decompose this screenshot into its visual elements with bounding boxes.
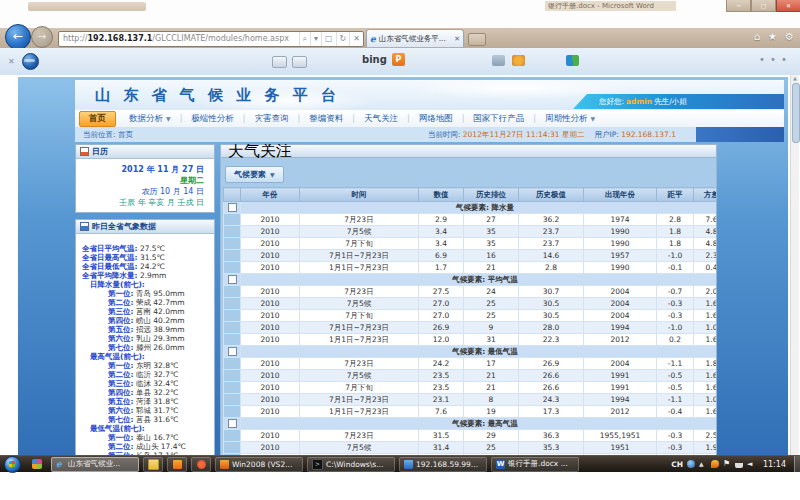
- refresh-icon[interactable]: ↻: [336, 32, 350, 46]
- home-icon[interactable]: ⌂: [754, 31, 760, 42]
- table-row[interactable]: 20101月1日~7月23日1.7212.81990-0.10.4: [224, 262, 718, 274]
- scroll-up-icon[interactable]: ▲: [791, 75, 799, 81]
- table-row[interactable]: 20107月23日24.21726.92004-1.11.8: [224, 358, 718, 370]
- toolbar-plugin-icon[interactable]: [566, 55, 579, 66]
- taskbar-button-media[interactable]: [191, 457, 211, 472]
- time-value: 2012年11月27日 11:14:31 星期二: [463, 130, 585, 139]
- row-gutter: [224, 214, 241, 226]
- table-row[interactable]: 20107月5候31.42535.31951-0.31.9: [224, 442, 718, 454]
- tools-gear-icon[interactable]: ⚙: [785, 31, 794, 42]
- show-desktop-button[interactable]: [794, 456, 800, 473]
- taskbar-button-vm[interactable]: Win2008 (VS2...: [215, 457, 303, 472]
- table-row[interactable]: 20107月1日~7月23日6.91614.61957-1.02.3: [224, 250, 718, 262]
- table-cell: 19: [464, 406, 519, 418]
- chevron-down-icon[interactable]: ▾: [310, 32, 321, 46]
- taskbar-clock[interactable]: 11:14: [759, 460, 790, 469]
- nav-item-9[interactable]: 周期性分析▼: [536, 112, 604, 126]
- minimize-icon[interactable]: ─: [726, 0, 751, 12]
- forward-button[interactable]: →: [31, 26, 53, 48]
- bing-logo[interactable]: bing: [362, 54, 387, 65]
- compatibility-icon[interactable]: ▢: [321, 32, 336, 46]
- table-row[interactable]: 20107月23日27.52430.72004-0.72.0: [224, 286, 718, 298]
- nav-item-1[interactable]: 首页: [79, 111, 116, 127]
- stat-value: 27.5℃: [138, 244, 166, 253]
- toolbar-camera-icon[interactable]: [492, 55, 505, 66]
- toolbar-card-icon[interactable]: [272, 56, 287, 68]
- language-indicator[interactable]: CH: [671, 460, 683, 469]
- toolbar-addon-icon[interactable]: [512, 55, 525, 66]
- tab-close-icon[interactable]: ✕: [454, 35, 460, 43]
- nav-item-8[interactable]: 国家下行产品: [464, 112, 533, 126]
- tray-flame-icon[interactable]: [711, 460, 719, 468]
- table-row[interactable]: 20107月1日~7月23日26.9928.01994-1.01.0: [224, 322, 718, 334]
- taskbar-button-orange[interactable]: [167, 457, 187, 472]
- rank-value: 招远 38.9mm: [134, 325, 185, 334]
- toolbar-close-icon[interactable]: ✕: [8, 57, 15, 66]
- table-row[interactable]: 20107月5候27.02530.52004-0.31.6: [224, 298, 718, 310]
- table-cell: 17: [464, 358, 519, 370]
- taskbar-button-cmd[interactable]: >C:\Windows\s...: [307, 457, 395, 472]
- table-row[interactable]: 20107月5候23.52126.61991-0.51.6: [224, 370, 718, 382]
- rank-label: 第一位:: [108, 289, 134, 298]
- group-checkbox[interactable]: [228, 419, 237, 428]
- back-button[interactable]: ←: [5, 24, 31, 50]
- nav-item-2[interactable]: 数据分析▼: [120, 112, 180, 126]
- maximize-icon[interactable]: ▢: [751, 0, 776, 12]
- table-cell: 3.4: [419, 238, 464, 250]
- group-checkbox[interactable]: [228, 347, 237, 356]
- bing-badge-icon[interactable]: P: [392, 53, 405, 66]
- table-row[interactable]: 20107月1日~7月23日23.1824.31994-1.11.0: [224, 394, 718, 406]
- group-checkbox[interactable]: [228, 275, 237, 284]
- close-icon[interactable]: ✕: [776, 0, 800, 12]
- rank-label: 第六位:: [108, 406, 134, 415]
- table-row[interactable]: 20101月1日~7月23日12.03122.320120.21.6: [224, 334, 718, 346]
- calendar-date: 2012 年 11 月 27 日: [80, 164, 204, 175]
- address-bar[interactable]: http://192.168.137.1/GLCCLIMATE/modules/…: [58, 31, 364, 47]
- start-button[interactable]: [4, 456, 21, 473]
- group-checkbox[interactable]: [228, 203, 237, 212]
- browser-tab[interactable]: e 山东省气候业务平... ✕: [366, 29, 464, 47]
- table-row[interactable]: 20101月1日~7月23日7.61917.32012-0.41.6: [224, 406, 718, 418]
- scrollbar-thumb[interactable]: [792, 83, 800, 143]
- favorites-star-icon[interactable]: ★: [768, 31, 777, 42]
- row-gutter: [224, 442, 241, 454]
- table-row[interactable]: 20107月5候3.43523.719901.84.8: [224, 226, 718, 238]
- quick-launch-icon[interactable]: [32, 459, 42, 469]
- search-icon[interactable]: ⌕: [299, 32, 310, 46]
- new-tab-button[interactable]: [468, 33, 486, 46]
- nav-item-5[interactable]: 整编资料: [300, 112, 352, 126]
- tray-expand-icon[interactable]: ▲: [699, 460, 707, 468]
- volume-icon[interactable]: ◄: [747, 460, 755, 468]
- table-row[interactable]: 20107月下旬3.43523.719901.84.8: [224, 238, 718, 250]
- addon-globe-icon[interactable]: [22, 53, 39, 70]
- stop-icon[interactable]: ✕: [349, 32, 363, 46]
- table-cell: -1.0: [657, 322, 694, 334]
- taskbar-button-word[interactable]: W银行手册.docx ...: [491, 457, 579, 472]
- overflow-dots-icon[interactable]: • • •: [759, 54, 788, 65]
- table-row[interactable]: 20107月下旬27.02530.52004-0.31.6: [224, 310, 718, 322]
- table-cell: 1月1日~7月23日: [300, 406, 419, 418]
- table-row[interactable]: 20107月下旬23.52126.61991-0.51.6: [224, 382, 718, 394]
- tray-app-icon[interactable]: [687, 460, 695, 468]
- network-icon[interactable]: [735, 460, 743, 468]
- table-row[interactable]: 20107月23日31.52936.31955,1951-0.32.5: [224, 430, 718, 442]
- taskbar-button-ie[interactable]: e山东省气候业...: [51, 457, 139, 472]
- table-row[interactable]: 20107月23日2.92736.219742.87.6: [224, 214, 718, 226]
- taskbar-button-folder[interactable]: [143, 457, 163, 472]
- ie-favicon-icon: e: [370, 34, 376, 44]
- nav-item-6[interactable]: 天气关注: [355, 112, 407, 126]
- nav-item-3[interactable]: 极端性分析: [182, 112, 243, 126]
- yesterday-weather-panel: 昨日全省气象数据 全省日平均气温: 27.5℃全省日最高气温: 31.5℃全省日…: [75, 219, 215, 472]
- toolbar-mail-icon[interactable]: [292, 56, 307, 68]
- taskbar-button-label: 山东省气候业...: [68, 459, 120, 469]
- table-cell: 1.0: [694, 322, 718, 334]
- action-center-flag-icon[interactable]: ⚑: [723, 460, 731, 468]
- table-cell: 7月23日: [300, 286, 419, 298]
- nav-item-7[interactable]: 网络地图: [410, 112, 462, 126]
- nav-item-4[interactable]: 灾害查询: [246, 112, 298, 126]
- table-cell: 1994: [584, 322, 657, 334]
- vertical-scrollbar[interactable]: ▲ ▼: [790, 75, 799, 472]
- ie-titlebar: ← → http://192.168.137.1/GLCCLIMATE/modu…: [0, 28, 800, 49]
- taskbar-button-remote[interactable]: 192.168.59.99...: [399, 457, 487, 472]
- climate-element-button[interactable]: 气候要素▼: [225, 166, 284, 183]
